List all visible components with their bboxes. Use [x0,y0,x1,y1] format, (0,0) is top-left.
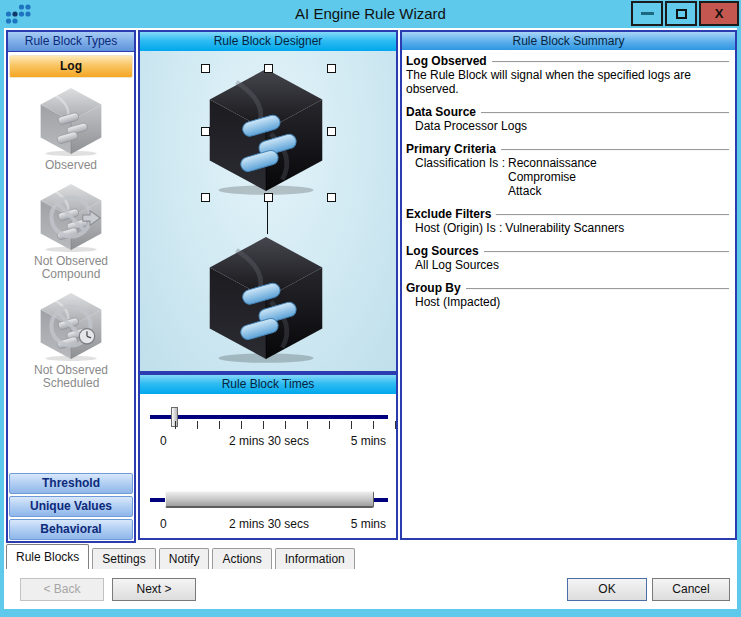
section-divider [501,149,729,150]
block-connector-line [267,202,268,234]
rule-block-cube-secondary[interactable] [204,233,328,363]
selection-handle[interactable] [201,193,210,202]
slider-scale-labels: 0 2 mins 30 secs 5 mins [150,517,388,531]
maximize-button[interactable] [665,1,697,26]
section-text: Host (Impacted) [406,295,731,309]
section-heading: Log Observed [406,54,487,68]
rule-type-icon-list: Observed Not Observed Compound Not Obser… [8,78,134,400]
log-type-button[interactable]: Log [9,55,133,78]
section-text: All Log Sources [406,258,731,272]
criteria-label: Classification Is : [415,156,505,198]
rule-type-not-observed-scheduled[interactable]: Not Observed Scheduled [13,291,129,390]
rule-block-times-panel: Rule Block Times 0 2 mins [138,373,398,540]
section-heading: Data Source [406,105,476,119]
selection-handle[interactable] [327,127,336,136]
wizard-tab-bar: Rule Blocks Settings Notify Actions Info… [6,543,358,569]
section-text: Data Processor Logs [406,119,731,133]
rule-type-not-observed-compound[interactable]: Not Observed Compound [13,182,129,281]
summary-body: Log Observed The Rule Block will signal … [402,50,735,538]
maximize-icon [676,9,687,19]
section-divider [466,288,729,289]
tab-actions[interactable]: Actions [212,548,271,569]
criteria-value: Vulnerability Scanners [505,221,624,235]
close-icon: X [715,6,724,21]
cube-observed-icon [35,86,107,156]
dialog-content: Rule Block Types Log Observed Not Observ… [4,28,737,609]
minimize-icon [641,12,654,15]
tab-information[interactable]: Information [275,548,355,569]
rule-block-summary-panel: Rule Block Summary Log Observed The Rule… [400,30,737,540]
cube-not-observed-scheduled-icon [35,291,107,361]
rule-block-cube-primary[interactable] [204,65,328,195]
section-text: The Rule Block will signal when the spec… [406,68,731,96]
titlebar: AI Engine Rule Wizard X [0,0,741,28]
ai-engine-rule-wizard-window: AI Engine Rule Wizard X Rule Block Types… [0,0,741,617]
tab-rule-blocks[interactable]: Rule Blocks [6,544,89,569]
criteria-values: Vulnerability Scanners [505,221,624,235]
section-heading: Primary Criteria [406,142,496,156]
criteria-value: Reconnaissance [508,156,597,170]
minimize-button[interactable] [631,1,663,26]
criteria-label: Host (Origin) Is : [415,221,502,235]
section-divider [481,112,729,113]
selection-handle[interactable] [327,193,336,202]
rule-block-summary-header: Rule Block Summary [402,32,735,51]
rule-block-times-body: 0 2 mins 30 secs 5 mins 0 2 mins 30 secs… [140,394,396,538]
selection-handle[interactable] [201,127,210,136]
rule-type-label: Observed [13,159,129,172]
tab-notify[interactable]: Notify [159,548,210,569]
selection-handle[interactable] [264,64,273,73]
summary-section-data-source: Data Source Data Processor Logs [406,105,731,133]
rule-block-types-panel: Rule Block Types Log Observed Not Observ… [6,30,136,543]
selection-handle[interactable] [201,64,210,73]
scale-label-max: 5 mins [351,517,386,531]
designer-canvas[interactable] [140,51,396,371]
section-heading: Log Sources [406,244,479,258]
criteria-value: Attack [508,184,597,198]
rule-block-types-header: Rule Block Types [8,32,134,52]
section-heading: Group By [406,281,461,295]
rule-type-label: Not Observed Scheduled [13,364,129,390]
slider-scale-labels: 0 2 mins 30 secs 5 mins [150,434,388,448]
window-title: AI Engine Rule Wizard [0,5,741,22]
summary-section-log-sources: Log Sources All Log Sources [406,244,731,272]
behavioral-button[interactable]: Behavioral [9,519,133,540]
range-slider-bar[interactable] [165,491,374,508]
cancel-button[interactable]: Cancel [652,578,730,601]
criteria-value: Compromise [508,170,597,184]
section-divider [492,61,729,62]
section-divider [496,214,729,215]
selection-handle[interactable] [264,193,273,202]
threshold-button[interactable]: Threshold [9,473,133,494]
rule-block-times-header: Rule Block Times [140,375,396,395]
rule-type-category-buttons: Threshold Unique Values Behavioral [8,471,134,541]
rule-type-observed[interactable]: Observed [13,86,129,172]
selection-handle[interactable] [327,64,336,73]
summary-section-primary-criteria: Primary Criteria Classification Is : Rec… [406,142,731,198]
scale-label-max: 5 mins [351,434,386,448]
rule-type-label: Not Observed Compound [13,255,129,281]
summary-section-exclude-filters: Exclude Filters Host (Origin) Is : Vulne… [406,207,731,235]
rule-block-designer-header: Rule Block Designer [140,32,396,52]
summary-section-log-observed: Log Observed The Rule Block will signal … [406,54,731,96]
section-divider [484,251,729,252]
rule-block-designer-panel: Rule Block Designer [138,30,398,373]
unique-values-button[interactable]: Unique Values [9,496,133,517]
next-button[interactable]: Next > [112,578,196,601]
close-button[interactable]: X [699,1,739,26]
cube-not-observed-compound-icon [35,182,107,252]
ok-button[interactable]: OK [567,578,647,601]
section-heading: Exclude Filters [406,207,491,221]
summary-section-group-by: Group By Host (Impacted) [406,281,731,309]
criteria-values: Reconnaissance Compromise Attack [508,156,597,198]
tab-settings[interactable]: Settings [92,548,155,569]
back-button[interactable]: < Back [20,578,104,601]
